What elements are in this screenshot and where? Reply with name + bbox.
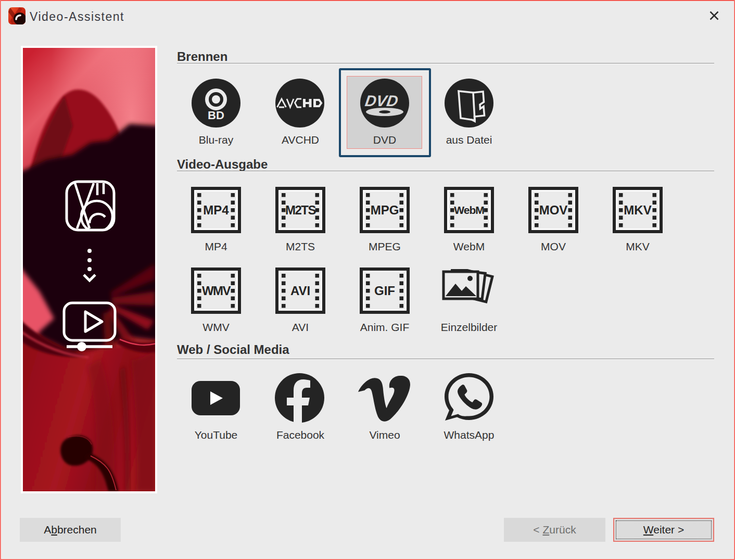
svg-text:WebM: WebM xyxy=(454,204,484,216)
svg-text:M2TS: M2TS xyxy=(285,203,316,217)
svg-text:MOV: MOV xyxy=(539,203,568,217)
svg-text:WMV: WMV xyxy=(202,284,231,298)
svg-text:MPG: MPG xyxy=(371,203,399,217)
svg-text:MP4: MP4 xyxy=(203,203,229,217)
svg-text:DVD: DVD xyxy=(364,92,399,109)
svg-text:BD: BD xyxy=(208,109,224,122)
svg-text:GIF: GIF xyxy=(374,284,395,298)
svg-text:AVI: AVI xyxy=(290,284,310,298)
svg-text:MKV: MKV xyxy=(624,203,651,217)
